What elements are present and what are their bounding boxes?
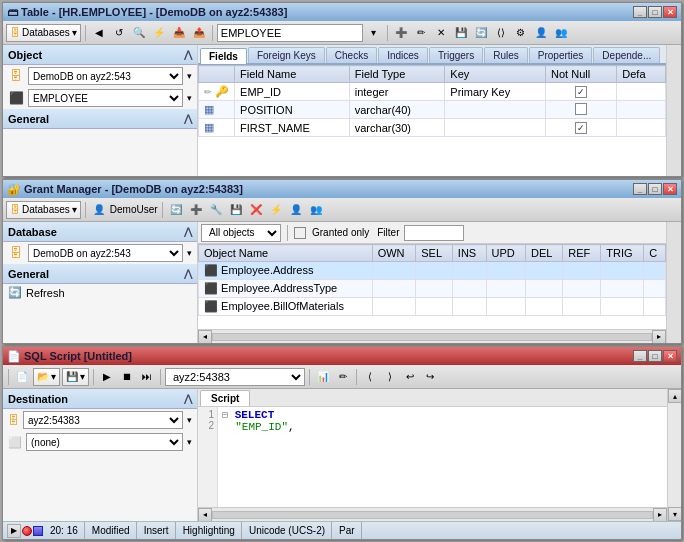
hscroll-right-btn[interactable]: ▸ — [652, 330, 666, 344]
dest2-arrow-icon[interactable]: ▾ — [187, 437, 192, 447]
grant-minimize[interactable]: _ — [633, 183, 647, 195]
col-header-field-name[interactable]: Field Name — [235, 66, 350, 83]
not-null-checkbox3[interactable] — [575, 122, 587, 134]
databases-dropdown[interactable]: 🗄 Databases ▾ — [6, 24, 81, 42]
table-row[interactable]: ⬛ Employee.AddressType — [199, 280, 666, 298]
sql-new-btn[interactable]: 📄 — [13, 368, 31, 386]
sql-vscroll-down-btn[interactable]: ▾ — [668, 507, 682, 521]
sql-connection-select[interactable]: ayz2:54383 — [165, 368, 305, 386]
dest2-select[interactable]: (none) — [26, 433, 183, 451]
col-header-default[interactable]: Defa — [617, 66, 666, 83]
sql-close[interactable]: ✕ — [663, 350, 677, 362]
sql-vscroll-up-btn[interactable]: ▴ — [668, 389, 682, 403]
grant-general-chevron-icon[interactable]: ⋀ — [184, 268, 192, 279]
tab-depende[interactable]: Depende... — [593, 47, 660, 63]
all-objects-select[interactable]: All objects — [201, 224, 281, 242]
sql-btn2[interactable]: ✏ — [334, 368, 352, 386]
tab-indices[interactable]: Indices — [378, 47, 428, 63]
tab-checks[interactable]: Checks — [326, 47, 377, 63]
grant-btn8[interactable]: 👥 — [307, 201, 325, 219]
grant-table-scroll[interactable]: Object Name OWN SEL INS UPD DEL REF TRIG… — [198, 244, 666, 329]
tab-fields[interactable]: Fields — [200, 48, 247, 64]
import-button[interactable]: 📥 — [170, 24, 188, 42]
sql-hscroll-right-btn[interactable]: ▸ — [653, 508, 667, 522]
tab-triggers[interactable]: Triggers — [429, 47, 483, 63]
sql-btn5[interactable]: ↩ — [401, 368, 419, 386]
sql-stop-btn[interactable]: ⏹ — [118, 368, 136, 386]
tab-rules[interactable]: Rules — [484, 47, 528, 63]
sql-btn4[interactable]: ⟩ — [381, 368, 399, 386]
sql-code-area[interactable]: ⊟ SELECT "EMP_ID", — [218, 407, 667, 507]
back-button[interactable]: ◀ — [90, 24, 108, 42]
grant-close[interactable]: ✕ — [663, 183, 677, 195]
grant-hscrollbar[interactable]: ◂ ▸ — [198, 329, 666, 343]
grant-col-c[interactable]: C — [644, 245, 666, 262]
grant-btn3[interactable]: 🔧 — [207, 201, 225, 219]
grant-btn5[interactable]: ❌ — [247, 201, 265, 219]
export-button[interactable]: 📤 — [190, 24, 208, 42]
db-select[interactable]: DemoDB on ayz2:543 — [28, 67, 183, 85]
more4-button[interactable]: 👥 — [552, 24, 570, 42]
dest1-arrow-icon[interactable]: ▾ — [187, 415, 192, 425]
hscroll-left-btn[interactable]: ◂ — [198, 330, 212, 344]
table-name-input[interactable] — [217, 24, 363, 42]
grant-btn2[interactable]: ➕ — [187, 201, 205, 219]
not-null-checkbox[interactable] — [575, 86, 587, 98]
table-row[interactable]: ⬛ Employee.Address — [199, 262, 666, 280]
db-dropdown-arrow[interactable]: ▾ — [187, 71, 192, 81]
filter-input[interactable] — [404, 225, 464, 241]
delete-button[interactable]: ✕ — [432, 24, 450, 42]
dest-chevron-icon[interactable]: ⋀ — [184, 393, 192, 404]
grant-col-upd[interactable]: UPD — [486, 245, 525, 262]
connect-button[interactable]: ⚡ — [150, 24, 168, 42]
dest1-select[interactable]: ayz2:54383 — [23, 411, 183, 429]
add-button[interactable]: ➕ — [392, 24, 410, 42]
table-row[interactable]: ✏ 🔑 EMP_ID integer Primary Key — [199, 83, 666, 101]
grant-btn1[interactable]: 🔄 — [167, 201, 185, 219]
sql-minimize[interactable]: _ — [633, 350, 647, 362]
tab-foreign-keys[interactable]: Foreign Keys — [248, 47, 325, 63]
status-play-btn[interactable]: ▶ — [7, 524, 21, 538]
refresh-item[interactable]: 🔄 Refresh — [3, 284, 197, 301]
sql-hscroll-left-btn[interactable]: ◂ — [198, 508, 212, 522]
grant-col-ins[interactable]: INS — [452, 245, 486, 262]
grant-btn6[interactable]: ⚡ — [267, 201, 285, 219]
granted-only-checkbox[interactable] — [294, 227, 306, 239]
more1-button[interactable]: ⟨⟩ — [492, 24, 510, 42]
sql-editor[interactable]: 1 2 ⊟ SELECT "EMP_ID", — [198, 407, 667, 507]
sql-hscrollbar[interactable]: ◂ ▸ — [198, 507, 667, 521]
sql-hscroll-track[interactable] — [212, 511, 653, 519]
grant-restore[interactable]: □ — [648, 183, 662, 195]
close-button[interactable]: ✕ — [663, 6, 677, 18]
grant-col-name[interactable]: Object Name — [199, 245, 373, 262]
table-row[interactable]: ⬛ Employee.BillOfMaterials — [199, 298, 666, 316]
grant-col-own[interactable]: OWN — [372, 245, 416, 262]
filter-button[interactable]: 🔍 — [130, 24, 148, 42]
general-chevron-icon[interactable]: ⋀ — [184, 113, 192, 124]
not-null-checkbox2[interactable] — [575, 103, 587, 115]
sql-btn6[interactable]: ↪ — [421, 368, 439, 386]
col-header-key[interactable]: Key — [445, 66, 546, 83]
script-tab[interactable]: Script — [200, 390, 250, 406]
fields-table-scroll[interactable]: Field Name Field Type Key Not Null Defa … — [198, 65, 666, 176]
sql-btn1[interactable]: 📊 — [314, 368, 332, 386]
grant-db-select[interactable]: DemoDB on ayz2:543 — [28, 244, 183, 262]
grant-btn4[interactable]: 💾 — [227, 201, 245, 219]
grant-btn7[interactable]: 👤 — [287, 201, 305, 219]
sql-step-btn[interactable]: ⏭ — [138, 368, 156, 386]
db-section-chevron-icon[interactable]: ⋀ — [184, 226, 192, 237]
col-header-field-type[interactable]: Field Type — [349, 66, 445, 83]
table-dropdown-arrow[interactable]: ▾ — [187, 93, 192, 103]
grant-col-trig[interactable]: TRIG — [601, 245, 644, 262]
object-chevron-icon[interactable]: ⋀ — [184, 49, 192, 60]
grant-databases-dropdown[interactable]: 🗄 Databases ▾ — [6, 201, 81, 219]
sql-btn3[interactable]: ⟨ — [361, 368, 379, 386]
sql-vscrollbar[interactable]: ▴ ▾ — [667, 389, 681, 521]
grant-col-del[interactable]: DEL — [525, 245, 562, 262]
browse-button[interactable]: ▾ — [365, 24, 383, 42]
table-row[interactable]: ▦ FIRST_NAME varchar(30) — [199, 119, 666, 137]
tab-properties[interactable]: Properties — [529, 47, 593, 63]
grant-col-sel[interactable]: SEL — [416, 245, 453, 262]
grant-col-ref[interactable]: REF — [563, 245, 601, 262]
hscroll-track[interactable] — [212, 333, 652, 341]
